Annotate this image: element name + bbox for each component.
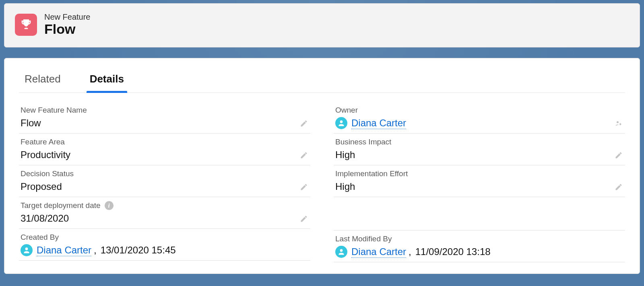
field-owner: Owner Diana Carter bbox=[334, 102, 625, 134]
user-link[interactable]: Diana Carter bbox=[351, 246, 406, 258]
svg-point-3 bbox=[340, 249, 343, 252]
field-implementation-effort: Implementation Effort High bbox=[334, 165, 625, 197]
field-value: 31/08/2020 bbox=[21, 212, 309, 224]
field-label: Feature Area bbox=[21, 138, 309, 146]
field-label: Owner bbox=[335, 106, 623, 115]
field-value: Flow bbox=[21, 117, 309, 129]
timestamp: 13/01/2020 15:45 bbox=[101, 245, 176, 256]
user-link[interactable]: Diana Carter bbox=[351, 117, 406, 129]
record-title: Flow bbox=[44, 22, 91, 37]
separator: , bbox=[409, 246, 411, 257]
field-label: Last Modified By bbox=[335, 235, 623, 243]
pencil-icon[interactable] bbox=[300, 119, 308, 128]
field-label: Decision Status bbox=[21, 169, 309, 178]
svg-point-1 bbox=[340, 121, 343, 123]
pencil-icon[interactable] bbox=[300, 151, 308, 159]
pencil-icon[interactable] bbox=[300, 215, 308, 223]
field-target-deployment-date: Target deployment date i 31/08/2020 bbox=[19, 197, 310, 229]
info-icon[interactable]: i bbox=[105, 201, 114, 210]
field-label: Target deployment date i bbox=[21, 201, 309, 210]
field-created-by: Created By Diana Carter, 13/01/2020 15:4… bbox=[19, 229, 310, 261]
header-text: New Feature Flow bbox=[44, 12, 91, 37]
field-label-text: Target deployment date bbox=[21, 201, 101, 210]
field-feature-area: Feature Area Productivity bbox=[19, 134, 310, 165]
change-owner-icon[interactable] bbox=[615, 119, 623, 128]
record-header: New Feature Flow bbox=[4, 3, 640, 47]
pencil-icon[interactable] bbox=[615, 183, 623, 191]
object-label: New Feature bbox=[44, 12, 91, 22]
timestamp: 11/09/2020 13:18 bbox=[415, 246, 491, 257]
field-spacer bbox=[334, 197, 625, 230]
field-label: Business Impact bbox=[335, 138, 623, 146]
separator: , bbox=[94, 245, 97, 256]
pencil-icon[interactable] bbox=[615, 151, 623, 159]
field-value: Diana Carter, 13/01/2020 15:45 bbox=[21, 244, 309, 256]
field-label: New Feature Name bbox=[21, 106, 309, 115]
user-link[interactable]: Diana Carter bbox=[37, 245, 91, 256]
details-right-column: Owner Diana Carter Business Impact High bbox=[334, 102, 625, 262]
field-value: Diana Carter bbox=[335, 117, 623, 129]
field-decision-status: Decision Status Proposed bbox=[19, 165, 310, 197]
tab-related[interactable]: Related bbox=[22, 69, 63, 93]
pencil-icon[interactable] bbox=[300, 183, 308, 191]
trophy-icon bbox=[15, 14, 37, 36]
field-value: High bbox=[335, 149, 623, 161]
field-business-impact: Business Impact High bbox=[334, 134, 625, 165]
field-value: Diana Carter, 11/09/2020 13:18 bbox=[335, 246, 623, 258]
tab-details[interactable]: Details bbox=[87, 69, 126, 93]
avatar bbox=[335, 246, 347, 258]
svg-point-2 bbox=[617, 121, 619, 123]
svg-point-0 bbox=[25, 248, 28, 251]
field-label: Created By bbox=[21, 233, 309, 242]
field-value: Productivity bbox=[21, 149, 309, 161]
field-value: High bbox=[335, 181, 623, 193]
avatar bbox=[21, 244, 33, 256]
record-panel: Related Details New Feature Name Flow Fe… bbox=[4, 58, 640, 274]
details-left-column: New Feature Name Flow Feature Area Produ… bbox=[19, 102, 310, 262]
avatar bbox=[335, 117, 347, 129]
field-value: Proposed bbox=[21, 181, 309, 193]
details-grid: New Feature Name Flow Feature Area Produ… bbox=[19, 102, 625, 262]
field-new-feature-name: New Feature Name Flow bbox=[19, 102, 310, 134]
tab-bar: Related Details bbox=[19, 66, 625, 93]
field-last-modified-by: Last Modified By Diana Carter, 11/09/202… bbox=[334, 230, 625, 262]
field-label: Implementation Effort bbox=[335, 169, 623, 178]
